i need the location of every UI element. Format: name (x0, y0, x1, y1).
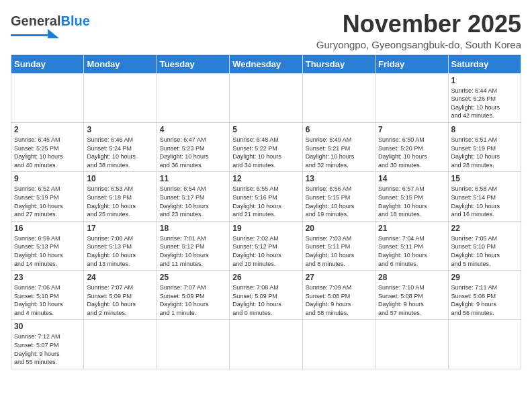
calendar-cell (84, 320, 157, 369)
calendar-week-row: 30Sunrise: 7:12 AM Sunset: 5:07 PM Dayli… (11, 320, 521, 369)
calendar-cell (448, 320, 521, 369)
weekday-header-sunday: Sunday (11, 54, 84, 73)
calendar-cell: 4Sunrise: 6:47 AM Sunset: 5:23 PM Daylig… (157, 122, 229, 171)
day-number: 22 (451, 224, 518, 233)
day-info: Sunrise: 6:44 AM Sunset: 5:26 PM Dayligh… (451, 87, 518, 120)
calendar-cell (302, 320, 375, 369)
weekday-header-saturday: Saturday (448, 54, 521, 73)
calendar-cell: 15Sunrise: 6:58 AM Sunset: 5:14 PM Dayli… (448, 172, 521, 221)
day-number: 10 (87, 174, 153, 183)
day-number: 20 (306, 224, 372, 233)
day-number: 23 (14, 273, 81, 282)
day-info: Sunrise: 6:55 AM Sunset: 5:16 PM Dayligh… (232, 185, 299, 218)
calendar-cell: 5Sunrise: 6:48 AM Sunset: 5:22 PM Daylig… (230, 122, 302, 171)
day-number: 18 (160, 224, 226, 233)
day-info: Sunrise: 7:05 AM Sunset: 5:10 PM Dayligh… (451, 234, 518, 268)
calendar-cell: 19Sunrise: 7:02 AM Sunset: 5:12 PM Dayli… (230, 221, 302, 270)
calendar-cell: 21Sunrise: 7:04 AM Sunset: 5:11 PM Dayli… (375, 221, 448, 270)
calendar-cell: 26Sunrise: 7:08 AM Sunset: 5:09 PM Dayli… (230, 271, 302, 320)
day-number: 6 (306, 125, 372, 134)
svg-rect-0 (11, 34, 51, 36)
day-info: Sunrise: 6:51 AM Sunset: 5:19 PM Dayligh… (451, 136, 518, 169)
day-info: Sunrise: 6:54 AM Sunset: 5:17 PM Dayligh… (160, 185, 226, 218)
calendar-week-row: 16Sunrise: 6:59 AM Sunset: 5:13 PM Dayli… (11, 221, 521, 270)
calendar-cell: 30Sunrise: 7:12 AM Sunset: 5:07 PM Dayli… (11, 320, 84, 369)
day-info: Sunrise: 7:06 AM Sunset: 5:10 PM Dayligh… (14, 283, 81, 317)
day-number: 17 (87, 224, 153, 233)
day-info: Sunrise: 7:07 AM Sunset: 5:09 PM Dayligh… (160, 283, 226, 317)
day-number: 30 (14, 322, 81, 331)
calendar-cell: 20Sunrise: 7:03 AM Sunset: 5:11 PM Dayli… (302, 221, 375, 270)
day-info: Sunrise: 6:45 AM Sunset: 5:25 PM Dayligh… (14, 136, 81, 169)
day-number: 19 (232, 224, 299, 233)
day-info: Sunrise: 6:58 AM Sunset: 5:14 PM Dayligh… (451, 185, 518, 218)
day-info: Sunrise: 6:50 AM Sunset: 5:20 PM Dayligh… (378, 136, 445, 169)
day-number: 5 (232, 125, 299, 134)
calendar-cell: 18Sunrise: 7:01 AM Sunset: 5:12 PM Dayli… (157, 221, 229, 270)
calendar-cell (230, 73, 302, 122)
day-number: 28 (378, 273, 445, 282)
calendar-cell: 25Sunrise: 7:07 AM Sunset: 5:09 PM Dayli… (157, 271, 229, 320)
weekday-header-friday: Friday (375, 54, 448, 73)
day-number: 24 (87, 273, 153, 282)
day-info: Sunrise: 6:59 AM Sunset: 5:13 PM Dayligh… (14, 234, 81, 268)
day-number: 29 (451, 273, 518, 282)
day-info: Sunrise: 6:57 AM Sunset: 5:15 PM Dayligh… (378, 185, 445, 218)
calendar-cell: 7Sunrise: 6:50 AM Sunset: 5:20 PM Daylig… (375, 122, 448, 171)
logo-graphic (11, 29, 64, 42)
calendar-cell (375, 73, 448, 122)
weekday-header-wednesday: Wednesday (230, 54, 302, 73)
day-info: Sunrise: 7:04 AM Sunset: 5:11 PM Dayligh… (378, 234, 445, 268)
day-number: 7 (378, 125, 445, 134)
weekday-header-thursday: Thursday (302, 54, 375, 73)
month-year-title: November 2025 (316, 11, 521, 38)
calendar-cell: 11Sunrise: 6:54 AM Sunset: 5:17 PM Dayli… (157, 172, 229, 221)
calendar-cell: 17Sunrise: 7:00 AM Sunset: 5:13 PM Dayli… (84, 221, 157, 270)
day-info: Sunrise: 7:00 AM Sunset: 5:13 PM Dayligh… (87, 234, 153, 268)
day-info: Sunrise: 7:03 AM Sunset: 5:11 PM Dayligh… (306, 234, 372, 268)
calendar-cell: 16Sunrise: 6:59 AM Sunset: 5:13 PM Dayli… (11, 221, 84, 270)
day-number: 1 (451, 76, 518, 85)
weekday-header-monday: Monday (84, 54, 157, 73)
calendar-cell: 13Sunrise: 6:56 AM Sunset: 5:15 PM Dayli… (302, 172, 375, 221)
logo-general-text: General (11, 13, 60, 29)
day-number: 12 (232, 174, 299, 183)
day-number: 11 (160, 174, 226, 183)
calendar-cell: 9Sunrise: 6:52 AM Sunset: 5:19 PM Daylig… (11, 172, 84, 221)
calendar-week-row: 2Sunrise: 6:45 AM Sunset: 5:25 PM Daylig… (11, 122, 521, 171)
calendar-cell (157, 73, 229, 122)
day-number: 4 (160, 125, 226, 134)
calendar-cell (11, 73, 84, 122)
calendar-cell: 3Sunrise: 6:46 AM Sunset: 5:24 PM Daylig… (84, 122, 157, 171)
calendar-week-row: 9Sunrise: 6:52 AM Sunset: 5:19 PM Daylig… (11, 172, 521, 221)
calendar-cell: 6Sunrise: 6:49 AM Sunset: 5:21 PM Daylig… (302, 122, 375, 171)
svg-marker-1 (48, 29, 59, 38)
weekday-header-tuesday: Tuesday (157, 54, 229, 73)
day-info: Sunrise: 7:07 AM Sunset: 5:09 PM Dayligh… (87, 283, 153, 317)
logo-blue-text: Blue (60, 13, 89, 29)
calendar-cell: 24Sunrise: 7:07 AM Sunset: 5:09 PM Dayli… (84, 271, 157, 320)
calendar-cell (230, 320, 302, 369)
calendar-cell: 22Sunrise: 7:05 AM Sunset: 5:10 PM Dayli… (448, 221, 521, 270)
calendar-cell: 10Sunrise: 6:53 AM Sunset: 5:18 PM Dayli… (84, 172, 157, 221)
calendar-week-row: 23Sunrise: 7:06 AM Sunset: 5:10 PM Dayli… (11, 271, 521, 320)
logo: General Blue (11, 13, 90, 42)
day-number: 16 (14, 224, 81, 233)
day-number: 13 (306, 174, 372, 183)
day-number: 25 (160, 273, 226, 282)
calendar-cell (302, 73, 375, 122)
calendar-cell (157, 320, 229, 369)
day-number: 3 (87, 125, 153, 134)
calendar-cell: 29Sunrise: 7:11 AM Sunset: 5:08 PM Dayli… (448, 271, 521, 320)
calendar-cell: 8Sunrise: 6:51 AM Sunset: 5:19 PM Daylig… (448, 122, 521, 171)
day-info: Sunrise: 6:49 AM Sunset: 5:21 PM Dayligh… (306, 136, 372, 169)
day-info: Sunrise: 7:08 AM Sunset: 5:09 PM Dayligh… (232, 283, 299, 317)
header: General Blue November 2025 Guryongpo, Gy… (11, 11, 521, 50)
calendar-cell: 27Sunrise: 7:09 AM Sunset: 5:08 PM Dayli… (302, 271, 375, 320)
day-number: 26 (232, 273, 299, 282)
day-number: 21 (378, 224, 445, 233)
day-number: 8 (451, 125, 518, 134)
day-info: Sunrise: 7:12 AM Sunset: 5:07 PM Dayligh… (14, 332, 81, 366)
day-info: Sunrise: 6:56 AM Sunset: 5:15 PM Dayligh… (306, 185, 372, 218)
calendar-cell: 1Sunrise: 6:44 AM Sunset: 5:26 PM Daylig… (448, 73, 521, 122)
